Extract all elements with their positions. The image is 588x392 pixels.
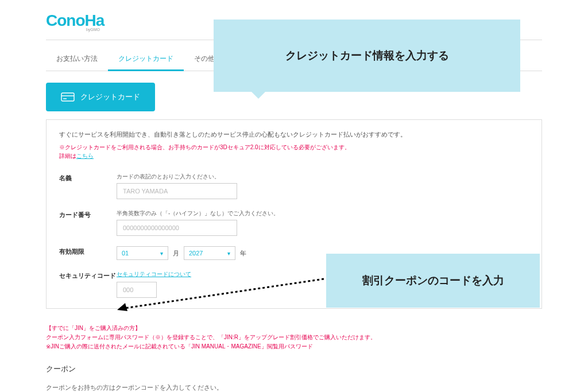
month-unit: 月 [173, 249, 179, 258]
cardnumber-label: カード番号 [59, 209, 117, 219]
svg-rect-0 [61, 93, 74, 101]
coupon-help: クーポンをお持ちの方はクーポンコードを入力してください。 [46, 383, 542, 392]
credit-card-button-label: クレジットカード [80, 92, 140, 102]
name-help: カードの表記のとおりご入力ください。 [117, 173, 529, 181]
chevron-down-icon: ▾ [227, 250, 230, 257]
security-code-input[interactable] [117, 282, 157, 298]
jin-notice: 【すでに「JIN」をご購入済みの方】 クーポン入力フォームに専用パスワード（※）… [46, 324, 542, 351]
expiry-month-value: 01 [122, 250, 129, 257]
security-code-link[interactable]: セキュリティコードについて [117, 271, 191, 277]
tab-payment-method[interactable]: お支払い方法 [46, 48, 108, 71]
cardnumber-input[interactable] [117, 220, 237, 236]
credit-card-button[interactable]: クレジットカード [46, 83, 155, 111]
expiry-year-select[interactable]: 2027 ▾ [184, 246, 235, 260]
expiry-month-select[interactable]: 01 ▾ [117, 246, 168, 260]
panel-description: すぐにサービスを利用開始でき、自動引き落としのためサービス停止の心配もないクレジ… [59, 130, 529, 139]
notice-line1: 【すでに「JIN」をご購入済みの方】 [46, 324, 542, 333]
notice-line3: ※JINご購入の際に送付されたメールに記載されている「JIN MANUAL・MA… [46, 342, 542, 351]
name-label: 名義 [59, 173, 117, 183]
callout-coupon: 割引クーポンのコードを入力 [326, 254, 540, 308]
notice-line2: クーポン入力フォームに専用パスワード（※）を登録することで、「JIN:R」をアッ… [46, 333, 542, 342]
name-input[interactable] [117, 183, 237, 199]
credit-card-icon [61, 92, 75, 102]
year-unit: 年 [240, 249, 246, 258]
logo-text: ConoHa [46, 11, 104, 29]
chevron-down-icon: ▾ [160, 250, 163, 257]
panel-warning-2: 詳細はこちら [59, 152, 529, 160]
expiry-year-value: 2027 [189, 250, 203, 257]
panel-warning-1: ※クレジットカードをご利用される場合、お手持ちのカードが3Dセキュア2.0に対応… [59, 143, 529, 152]
detail-link[interactable]: こちら [76, 153, 94, 159]
cardnumber-help: 半角英数字のみ（「-（ハイフン）」なし）でご入力ください。 [117, 209, 529, 218]
security-label: セキュリティコード [59, 270, 117, 280]
tab-credit-card[interactable]: クレジットカード [108, 48, 184, 71]
expiry-label: 有効期限 [59, 246, 117, 256]
callout-credit-card: クレジットカード情報を入力する [214, 20, 520, 92]
coupon-title: クーポン [46, 364, 542, 374]
